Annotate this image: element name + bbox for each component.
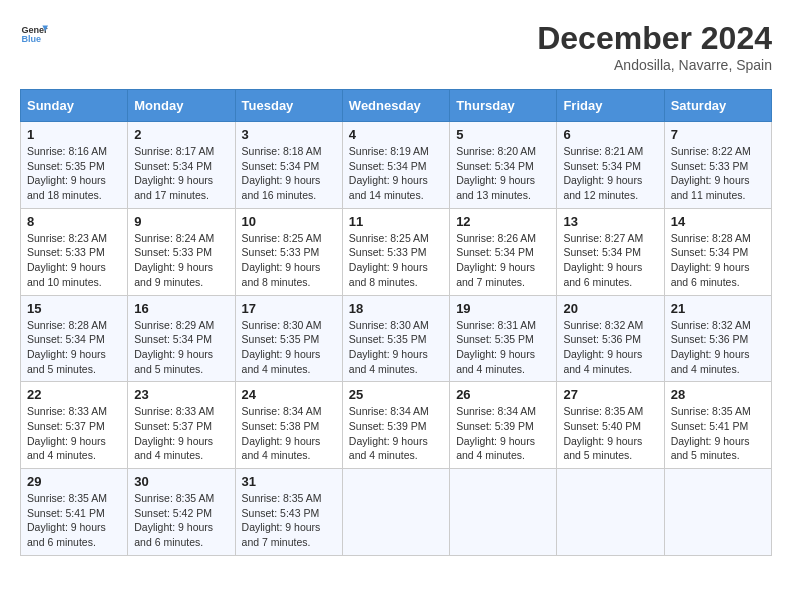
day-number: 5 xyxy=(456,127,550,142)
day-info: Sunrise: 8:21 AM Sunset: 5:34 PM Dayligh… xyxy=(563,144,657,203)
table-row: 11Sunrise: 8:25 AM Sunset: 5:33 PM Dayli… xyxy=(342,208,449,295)
calendar-week-5: 29Sunrise: 8:35 AM Sunset: 5:41 PM Dayli… xyxy=(21,469,772,556)
day-info: Sunrise: 8:30 AM Sunset: 5:35 PM Dayligh… xyxy=(349,318,443,377)
table-row: 6Sunrise: 8:21 AM Sunset: 5:34 PM Daylig… xyxy=(557,122,664,209)
table-row: 31Sunrise: 8:35 AM Sunset: 5:43 PM Dayli… xyxy=(235,469,342,556)
day-info: Sunrise: 8:25 AM Sunset: 5:33 PM Dayligh… xyxy=(242,231,336,290)
day-number: 31 xyxy=(242,474,336,489)
table-row: 10Sunrise: 8:25 AM Sunset: 5:33 PM Dayli… xyxy=(235,208,342,295)
calendar-header-tuesday: Tuesday xyxy=(235,90,342,122)
day-number: 14 xyxy=(671,214,765,229)
table-row xyxy=(342,469,449,556)
table-row: 9Sunrise: 8:24 AM Sunset: 5:33 PM Daylig… xyxy=(128,208,235,295)
day-number: 3 xyxy=(242,127,336,142)
day-number: 24 xyxy=(242,387,336,402)
table-row: 25Sunrise: 8:34 AM Sunset: 5:39 PM Dayli… xyxy=(342,382,449,469)
table-row xyxy=(557,469,664,556)
table-row: 3Sunrise: 8:18 AM Sunset: 5:34 PM Daylig… xyxy=(235,122,342,209)
title-block: December 2024 Andosilla, Navarre, Spain xyxy=(537,20,772,73)
day-info: Sunrise: 8:30 AM Sunset: 5:35 PM Dayligh… xyxy=(242,318,336,377)
day-info: Sunrise: 8:35 AM Sunset: 5:43 PM Dayligh… xyxy=(242,491,336,550)
day-number: 30 xyxy=(134,474,228,489)
day-info: Sunrise: 8:34 AM Sunset: 5:39 PM Dayligh… xyxy=(456,404,550,463)
day-number: 29 xyxy=(27,474,121,489)
day-info: Sunrise: 8:32 AM Sunset: 5:36 PM Dayligh… xyxy=(671,318,765,377)
table-row: 15Sunrise: 8:28 AM Sunset: 5:34 PM Dayli… xyxy=(21,295,128,382)
table-row: 7Sunrise: 8:22 AM Sunset: 5:33 PM Daylig… xyxy=(664,122,771,209)
month-title: December 2024 xyxy=(537,20,772,57)
table-row: 2Sunrise: 8:17 AM Sunset: 5:34 PM Daylig… xyxy=(128,122,235,209)
table-row xyxy=(450,469,557,556)
day-info: Sunrise: 8:34 AM Sunset: 5:39 PM Dayligh… xyxy=(349,404,443,463)
day-info: Sunrise: 8:26 AM Sunset: 5:34 PM Dayligh… xyxy=(456,231,550,290)
day-number: 26 xyxy=(456,387,550,402)
day-number: 23 xyxy=(134,387,228,402)
day-number: 1 xyxy=(27,127,121,142)
day-number: 6 xyxy=(563,127,657,142)
day-number: 12 xyxy=(456,214,550,229)
logo-icon: General Blue xyxy=(20,20,48,48)
day-number: 4 xyxy=(349,127,443,142)
table-row: 26Sunrise: 8:34 AM Sunset: 5:39 PM Dayli… xyxy=(450,382,557,469)
calendar-header-row: SundayMondayTuesdayWednesdayThursdayFrid… xyxy=(21,90,772,122)
day-info: Sunrise: 8:19 AM Sunset: 5:34 PM Dayligh… xyxy=(349,144,443,203)
day-info: Sunrise: 8:33 AM Sunset: 5:37 PM Dayligh… xyxy=(134,404,228,463)
day-number: 19 xyxy=(456,301,550,316)
calendar-week-2: 8Sunrise: 8:23 AM Sunset: 5:33 PM Daylig… xyxy=(21,208,772,295)
calendar-header-saturday: Saturday xyxy=(664,90,771,122)
table-row: 17Sunrise: 8:30 AM Sunset: 5:35 PM Dayli… xyxy=(235,295,342,382)
day-info: Sunrise: 8:35 AM Sunset: 5:40 PM Dayligh… xyxy=(563,404,657,463)
calendar-week-4: 22Sunrise: 8:33 AM Sunset: 5:37 PM Dayli… xyxy=(21,382,772,469)
table-row: 18Sunrise: 8:30 AM Sunset: 5:35 PM Dayli… xyxy=(342,295,449,382)
calendar-header-thursday: Thursday xyxy=(450,90,557,122)
table-row: 30Sunrise: 8:35 AM Sunset: 5:42 PM Dayli… xyxy=(128,469,235,556)
table-row: 4Sunrise: 8:19 AM Sunset: 5:34 PM Daylig… xyxy=(342,122,449,209)
table-row: 28Sunrise: 8:35 AM Sunset: 5:41 PM Dayli… xyxy=(664,382,771,469)
calendar-header-sunday: Sunday xyxy=(21,90,128,122)
calendar-week-1: 1Sunrise: 8:16 AM Sunset: 5:35 PM Daylig… xyxy=(21,122,772,209)
table-row: 21Sunrise: 8:32 AM Sunset: 5:36 PM Dayli… xyxy=(664,295,771,382)
calendar-header-monday: Monday xyxy=(128,90,235,122)
day-info: Sunrise: 8:35 AM Sunset: 5:42 PM Dayligh… xyxy=(134,491,228,550)
table-row: 23Sunrise: 8:33 AM Sunset: 5:37 PM Dayli… xyxy=(128,382,235,469)
day-info: Sunrise: 8:28 AM Sunset: 5:34 PM Dayligh… xyxy=(671,231,765,290)
day-number: 11 xyxy=(349,214,443,229)
day-number: 21 xyxy=(671,301,765,316)
day-number: 10 xyxy=(242,214,336,229)
calendar-table: SundayMondayTuesdayWednesdayThursdayFrid… xyxy=(20,89,772,556)
day-number: 18 xyxy=(349,301,443,316)
day-info: Sunrise: 8:29 AM Sunset: 5:34 PM Dayligh… xyxy=(134,318,228,377)
table-row: 5Sunrise: 8:20 AM Sunset: 5:34 PM Daylig… xyxy=(450,122,557,209)
day-info: Sunrise: 8:24 AM Sunset: 5:33 PM Dayligh… xyxy=(134,231,228,290)
table-row: 22Sunrise: 8:33 AM Sunset: 5:37 PM Dayli… xyxy=(21,382,128,469)
table-row: 16Sunrise: 8:29 AM Sunset: 5:34 PM Dayli… xyxy=(128,295,235,382)
day-number: 9 xyxy=(134,214,228,229)
day-info: Sunrise: 8:27 AM Sunset: 5:34 PM Dayligh… xyxy=(563,231,657,290)
day-number: 22 xyxy=(27,387,121,402)
day-number: 25 xyxy=(349,387,443,402)
day-info: Sunrise: 8:34 AM Sunset: 5:38 PM Dayligh… xyxy=(242,404,336,463)
day-number: 16 xyxy=(134,301,228,316)
day-number: 8 xyxy=(27,214,121,229)
day-info: Sunrise: 8:35 AM Sunset: 5:41 PM Dayligh… xyxy=(671,404,765,463)
day-info: Sunrise: 8:22 AM Sunset: 5:33 PM Dayligh… xyxy=(671,144,765,203)
day-number: 17 xyxy=(242,301,336,316)
day-number: 27 xyxy=(563,387,657,402)
day-info: Sunrise: 8:31 AM Sunset: 5:35 PM Dayligh… xyxy=(456,318,550,377)
day-info: Sunrise: 8:23 AM Sunset: 5:33 PM Dayligh… xyxy=(27,231,121,290)
table-row: 29Sunrise: 8:35 AM Sunset: 5:41 PM Dayli… xyxy=(21,469,128,556)
day-number: 2 xyxy=(134,127,228,142)
day-number: 15 xyxy=(27,301,121,316)
table-row: 24Sunrise: 8:34 AM Sunset: 5:38 PM Dayli… xyxy=(235,382,342,469)
day-info: Sunrise: 8:20 AM Sunset: 5:34 PM Dayligh… xyxy=(456,144,550,203)
day-info: Sunrise: 8:35 AM Sunset: 5:41 PM Dayligh… xyxy=(27,491,121,550)
table-row: 12Sunrise: 8:26 AM Sunset: 5:34 PM Dayli… xyxy=(450,208,557,295)
calendar-header-wednesday: Wednesday xyxy=(342,90,449,122)
day-info: Sunrise: 8:32 AM Sunset: 5:36 PM Dayligh… xyxy=(563,318,657,377)
day-info: Sunrise: 8:16 AM Sunset: 5:35 PM Dayligh… xyxy=(27,144,121,203)
table-row: 27Sunrise: 8:35 AM Sunset: 5:40 PM Dayli… xyxy=(557,382,664,469)
day-number: 20 xyxy=(563,301,657,316)
table-row: 13Sunrise: 8:27 AM Sunset: 5:34 PM Dayli… xyxy=(557,208,664,295)
calendar-header-friday: Friday xyxy=(557,90,664,122)
table-row: 19Sunrise: 8:31 AM Sunset: 5:35 PM Dayli… xyxy=(450,295,557,382)
